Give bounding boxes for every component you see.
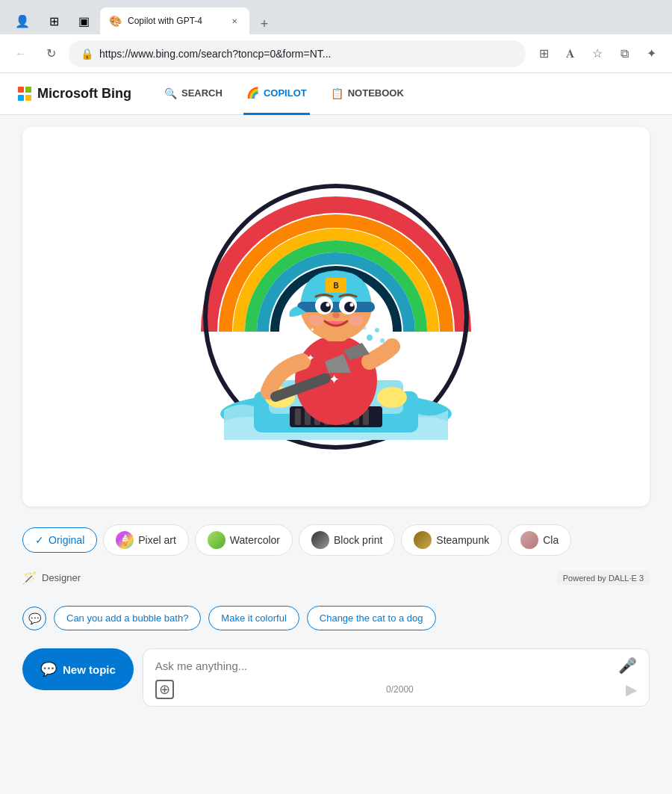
style-watercolor-label: Watercolor bbox=[230, 534, 280, 546]
tab-sidebar-icon[interactable]: ▣ bbox=[69, 7, 99, 34]
style-steampunk[interactable]: Steampunk bbox=[401, 524, 502, 556]
collections-button[interactable]: ✦ bbox=[639, 42, 663, 66]
style-original-label: Original bbox=[49, 534, 84, 546]
main-content: ✦ bbox=[0, 115, 672, 794]
new-topic-label: New topic bbox=[63, 663, 116, 676]
refresh-button[interactable]: ↻ bbox=[39, 42, 63, 66]
send-button[interactable]: ▶ bbox=[626, 680, 637, 698]
style-pixel-art-label: Pixel art bbox=[138, 534, 176, 546]
svg-point-30 bbox=[380, 338, 385, 343]
suggestions-row: 💬 Can you add a bubble bath? Make it col… bbox=[22, 603, 650, 633]
svg-rect-34 bbox=[297, 302, 375, 312]
tab-close-button[interactable]: ✕ bbox=[228, 15, 240, 27]
svg-point-44 bbox=[308, 315, 323, 326]
suggestion-colorful[interactable]: Make it colorful bbox=[208, 606, 299, 630]
sidebar-icon: ▣ bbox=[78, 14, 90, 28]
input-area: 💬 New topic 🎤 ⊕ 0/2000 ▶ bbox=[22, 648, 650, 707]
image-search-button[interactable]: ⊕ bbox=[155, 681, 174, 698]
ms-logo bbox=[18, 87, 33, 102]
designer-icon: 🪄 bbox=[22, 571, 37, 585]
address-text: https://www.bing.com/search?toncp=0&form… bbox=[99, 48, 514, 60]
suggestion-cat-to-dog[interactable]: Change the cat to a dog bbox=[307, 606, 436, 630]
style-block-print[interactable]: Block print bbox=[299, 524, 395, 556]
back-button[interactable]: ← bbox=[9, 42, 33, 66]
svg-text:✦: ✦ bbox=[306, 352, 315, 364]
copilot-icon: 🌈 bbox=[246, 87, 259, 99]
tab-inactive[interactable]: 👤 bbox=[6, 7, 39, 34]
designer-text: Designer bbox=[42, 572, 81, 583]
style-watercolor[interactable]: Watercolor bbox=[195, 524, 293, 556]
svg-text:✦: ✦ bbox=[310, 326, 315, 333]
nav-search[interactable]: 🔍 SEARCH bbox=[161, 73, 225, 115]
watercolor-icon bbox=[208, 531, 225, 549]
steampunk-icon bbox=[414, 531, 432, 549]
svg-rect-13 bbox=[295, 409, 301, 425]
svg-point-39 bbox=[320, 302, 331, 312]
pixel-art-icon: 🍦 bbox=[116, 531, 134, 549]
nav-copilot[interactable]: 🌈 COPILOT bbox=[243, 73, 310, 115]
svg-text:✦: ✦ bbox=[358, 332, 364, 341]
tab-grid-icon[interactable]: ⊞ bbox=[40, 7, 68, 34]
style-cla[interactable]: Cla bbox=[508, 524, 571, 556]
search-label: SEARCH bbox=[181, 87, 223, 99]
cla-icon bbox=[520, 531, 538, 549]
input-top: 🎤 bbox=[155, 657, 637, 674]
notebook-icon: 📋 bbox=[331, 87, 343, 99]
char-count: 0/2000 bbox=[386, 684, 414, 695]
style-steampunk-label: Steampunk bbox=[436, 534, 489, 546]
active-tab[interactable]: 🎨 Copilot with GPT-4 ✕ bbox=[100, 7, 249, 34]
designer-bar: 🪄 Designer Powered by DALL·E 3 bbox=[22, 571, 650, 585]
suggestion-bubble-bath[interactable]: Can you add a bubble bath? bbox=[54, 606, 201, 630]
nav-notebook[interactable]: 📋 NOTEBOOK bbox=[328, 73, 407, 115]
chat-icon: 💬 bbox=[28, 612, 41, 624]
svg-point-28 bbox=[367, 335, 373, 341]
style-original[interactable]: ✓ Original bbox=[22, 527, 97, 553]
powered-by-badge: Powered by DALL·E 3 bbox=[557, 571, 650, 585]
svg-text:B: B bbox=[333, 282, 338, 290]
bing-navigation: Microsoft Bing 🔍 SEARCH 🌈 COPILOT 📋 NOTE… bbox=[0, 73, 672, 115]
bing-logo-text: Microsoft Bing bbox=[37, 86, 131, 102]
block-print-icon bbox=[311, 531, 329, 549]
notebook-label: NOTEBOOK bbox=[348, 87, 404, 99]
new-topic-button[interactable]: 💬 New topic bbox=[22, 648, 134, 690]
split-screen-button[interactable]: ⧉ bbox=[612, 42, 636, 66]
address-bar[interactable]: 🔒 https://www.bing.com/search?toncp=0&fo… bbox=[69, 40, 526, 67]
user-avatar-icon: 👤 bbox=[15, 14, 30, 28]
new-topic-icon: 💬 bbox=[40, 661, 57, 677]
svg-point-42 bbox=[350, 303, 354, 307]
new-tab-button[interactable]: + bbox=[254, 13, 275, 34]
svg-point-22 bbox=[377, 387, 407, 408]
input-box: 🎤 ⊕ 0/2000 ▶ bbox=[143, 648, 650, 707]
lock-icon: 🔒 bbox=[81, 48, 93, 60]
style-picker: ✓ Original 🍦 Pixel art Watercolor Block … bbox=[22, 518, 650, 562]
svg-point-43 bbox=[332, 312, 340, 318]
grid-icon: ⊞ bbox=[49, 14, 59, 28]
microphone-button[interactable]: 🎤 bbox=[618, 657, 637, 674]
tab-favicon: 🎨 bbox=[109, 15, 122, 27]
tab-grid-button[interactable]: ⊞ bbox=[532, 42, 556, 66]
svg-point-41 bbox=[326, 303, 330, 307]
style-pixel-art[interactable]: 🍦 Pixel art bbox=[103, 524, 189, 556]
bing-logo[interactable]: Microsoft Bing bbox=[18, 86, 131, 102]
style-cla-label: Cla bbox=[543, 534, 559, 546]
input-bottom: ⊕ 0/2000 ▶ bbox=[155, 680, 637, 698]
image-search-icon: ⊕ bbox=[155, 680, 174, 699]
search-icon: 🔍 bbox=[164, 87, 177, 99]
bing-nav-items: 🔍 SEARCH 🌈 COPILOT 📋 NOTEBOOK bbox=[161, 73, 407, 115]
chat-suggestions-icon: 💬 bbox=[22, 607, 46, 630]
designer-label: 🪄 Designer bbox=[22, 571, 81, 585]
message-input[interactable] bbox=[155, 660, 612, 672]
svg-point-40 bbox=[344, 302, 355, 312]
copilot-label: COPILOT bbox=[264, 87, 307, 99]
image-card: ✦ bbox=[22, 127, 650, 506]
check-icon: ✓ bbox=[35, 534, 44, 546]
generated-image: ✦ bbox=[164, 145, 508, 489]
favorites-button[interactable]: ☆ bbox=[585, 42, 609, 66]
style-block-print-label: Block print bbox=[334, 534, 382, 546]
read-aloud-button[interactable]: 𝐀 bbox=[559, 42, 582, 66]
svg-point-29 bbox=[375, 328, 379, 332]
send-icon: ▶ bbox=[626, 681, 637, 698]
svg-point-45 bbox=[349, 315, 364, 326]
tab-title: Copilot with GPT-4 bbox=[128, 16, 223, 26]
